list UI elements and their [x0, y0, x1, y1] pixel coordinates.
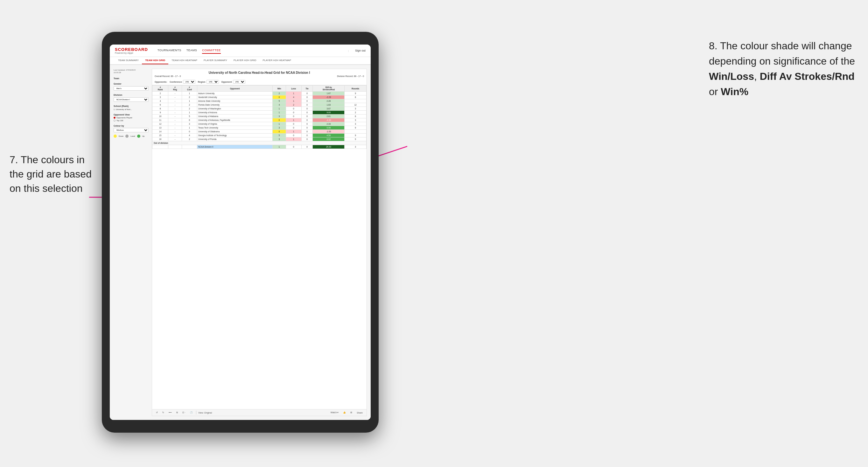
conference-select[interactable]: (All) — [183, 80, 195, 84]
cell-tie: 0 — [301, 122, 313, 126]
radio-opponents-played[interactable]: Opponents Played — [114, 117, 149, 119]
legend-level-dot — [125, 134, 128, 138]
cell-diff: 3.67 — [313, 107, 345, 111]
toolbar-redo[interactable]: ↻ — [161, 411, 165, 414]
cell-rank: 10 — [152, 115, 168, 118]
radio-top-100[interactable]: Top 100 — [114, 120, 149, 122]
th-win: Win — [273, 86, 286, 92]
region-select[interactable]: (All) — [207, 80, 219, 84]
colour-by-section: Colour by Win/loss Down Level Up — [114, 125, 149, 138]
nav-tournaments[interactable]: TOURNAMENTS — [157, 48, 181, 54]
school-label: School (Rank) — [114, 105, 149, 107]
toolbar-paste[interactable]: ⊡ · — [181, 411, 187, 414]
table-row: 16 - 2 University of Florida 3 1 0 6.62 … — [152, 137, 367, 141]
cell-conf: 0 — [182, 130, 197, 134]
table-row: 13 - 1 Texas Tech University 3 0 0 5.56 … — [152, 126, 367, 130]
cell-reg: - — [168, 115, 182, 118]
tablet-screen: SCOREBOARD Powered by clippd TOURNAMENTS… — [110, 44, 371, 420]
table-row: 8 - 2 University of Washington 1 0 0 3.6… — [152, 107, 367, 111]
sign-out-link[interactable]: Sign out — [355, 49, 366, 52]
cell-reg: - — [168, 92, 182, 95]
cell-rounds — [345, 130, 367, 134]
toolbar-undo[interactable]: ↺ — [155, 411, 159, 414]
school-value: 1. University of Nort... — [114, 108, 149, 111]
cell-tie: 0 — [301, 92, 313, 95]
app-header: SCOREBOARD Powered by clippd TOURNAMENTS… — [110, 44, 371, 57]
table-container[interactable]: #Rank #Reg #Conf Opponent Win Loss Tie D… — [152, 85, 367, 409]
cell-opponent: Florida State University — [197, 103, 272, 107]
cell-diff: -4.33 — [313, 118, 345, 122]
tablet-device: SCOREBOARD Powered by clippd TOURNAMENTS… — [102, 32, 379, 433]
cell-rank: 12 — [152, 122, 168, 126]
table-row: 14 - 0 University of Oklahoma 0 1 0 -1.0… — [152, 130, 367, 134]
cell-opponent: Georgia Institute of Technology — [197, 134, 272, 137]
filter-opponents: Opponents: — [155, 81, 167, 83]
nav-committee[interactable]: COMMITTEE — [202, 48, 221, 54]
sub-nav-player-h2h-grid[interactable]: PLAYER H2H GRID — [230, 57, 259, 64]
cell-opponent: University of Alabama — [197, 115, 272, 118]
cell-rank: 2 — [152, 92, 168, 95]
sub-nav-team-summary[interactable]: TEAM SUMMARY — [115, 57, 142, 64]
section-divider-row: Out of division — [152, 141, 367, 145]
main-content: Last Updated: 27/03/2024 16:55:38 Team G… — [110, 65, 371, 420]
cell-reg: - — [168, 99, 182, 103]
th-tie: Tie — [301, 86, 313, 92]
division-select[interactable]: NCAA Division I — [114, 97, 149, 102]
cell-diff: 5.56 — [313, 126, 345, 130]
cell-conf: 1 — [182, 92, 197, 95]
sub-nav-team-h2h-heatmap[interactable]: TEAM H2H HEATMAP — [168, 57, 200, 64]
toolbar-clock[interactable]: 🕐 — [189, 411, 194, 414]
cell-reg: - — [168, 103, 182, 107]
cell-reg: - — [168, 95, 182, 99]
toolbar-watch[interactable]: Watch ▾ — [329, 411, 340, 414]
cell-reg: - — [168, 126, 182, 130]
cell-rounds — [345, 99, 367, 103]
sub-nav: TEAM SUMMARY TEAM H2H GRID TEAM H2H HEAT… — [110, 57, 371, 65]
colour-by-select[interactable]: Win/loss — [114, 128, 149, 132]
cell-reg: - — [168, 122, 182, 126]
toolbar-share[interactable]: Share — [355, 411, 364, 414]
cell-diff: 6.62 — [313, 137, 345, 141]
cell-rounds: 9 — [345, 92, 367, 95]
sidebar: Last Updated: 27/03/2024 16:55:38 Team G… — [114, 69, 149, 416]
table-row: 3 - 2 Vanderbilt University 0 4 0 -2.29 … — [152, 95, 367, 99]
cell-rounds: 8 — [345, 115, 367, 118]
cell-diff: 2.61 — [313, 115, 345, 118]
th-rounds: Rounds — [345, 86, 367, 92]
cell-rank: 13 — [152, 126, 168, 130]
cell-rank: 9 — [152, 111, 168, 115]
opponent-select[interactable]: (All) — [233, 80, 245, 84]
sidebar-gender-section: Gender Men's — [114, 83, 149, 91]
cell-tie: 0 — [301, 107, 313, 111]
cell-conf: 5 — [182, 115, 197, 118]
cell-reg: - — [168, 107, 182, 111]
grid-area: University of North Carolina Head-to-Hea… — [152, 69, 367, 416]
gender-select[interactable]: Men's — [114, 86, 149, 91]
toolbar-right: Watch ▾ 👍 ⊞ Share — [329, 411, 364, 414]
cell-win: 3 — [273, 126, 286, 130]
cell-opponent: Auburn University — [197, 92, 272, 95]
nav-teams[interactable]: TEAMS — [186, 48, 197, 54]
radio-dot-unselected — [114, 120, 116, 122]
cell-loss: 1 — [286, 118, 301, 122]
sub-nav-player-summary[interactable]: PLAYER SUMMARY — [200, 57, 230, 64]
toolbar-thumbup[interactable]: 👍 — [342, 411, 347, 414]
toolbar-back[interactable]: ⟵ — [167, 411, 173, 414]
cell-diff: 4.50 — [313, 134, 345, 137]
cell-conf: 2 — [182, 137, 197, 141]
table-row: 10 - 5 University of Alabama 3 0 0 2.61 … — [152, 115, 367, 118]
sub-nav-team-h2h-grid[interactable]: TEAM H2H GRID — [142, 57, 168, 64]
th-rank: #Rank — [152, 86, 168, 92]
sub-nav-player-h2h-heatmap[interactable]: PLAYER H2H HEATMAP — [259, 57, 294, 64]
table-row: 4 - 1 Arizona State University 5 1 0 2.2… — [152, 99, 367, 103]
cell-tie: 0 — [301, 111, 313, 115]
cell-rank: 16 — [152, 137, 168, 141]
cell-conf: 3 — [182, 122, 197, 126]
toolbar-grid-icon[interactable]: ⊞ — [349, 411, 353, 414]
cell-opponent: University of Oklahoma — [197, 130, 272, 134]
toolbar-copy[interactable]: ⧉ — [175, 411, 179, 414]
filter-opponent: Opponent (All) — [221, 80, 245, 84]
cell-tie: 0 — [301, 134, 313, 137]
filter-conference: Conference (All) — [169, 80, 195, 84]
table-row: 6 - 2 Florida State University 4 2 0 1.8… — [152, 103, 367, 107]
